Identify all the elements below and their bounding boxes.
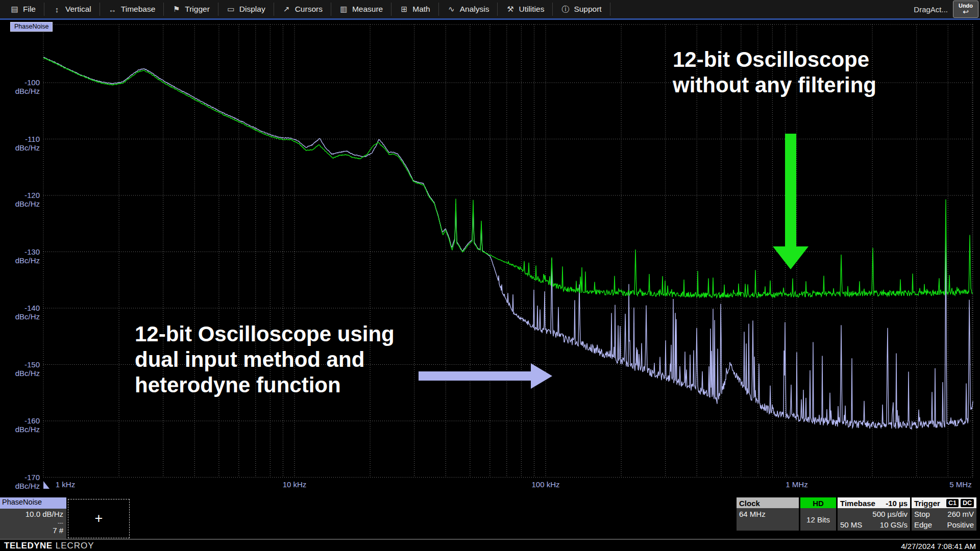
menu-item-analysis[interactable]: ∿Analysis [439,3,498,16]
descriptor-title: PhaseNoise [0,497,66,509]
y-tick--110: -110 dBc/Hz [0,135,40,152]
menu-bar: ▤File↕Vertical↔Timebase⚑Trigger▭Display↗… [0,0,980,20]
annotation-unfiltered-line1: 12-bit Oscilloscope [673,47,876,72]
phasenoise-descriptor-box[interactable]: PhaseNoise 10.0 dB/Hz --- 7 # [0,497,66,538]
x-tick-10000: 10 kHz [283,480,307,489]
timebase-title: Timebase [840,499,875,508]
menu-items: ▤File↕Vertical↔Timebase⚑Trigger▭Display↗… [0,3,610,16]
info-icon: ⓘ [561,5,570,14]
x-tick-5000000: 5 MHz [949,480,971,489]
descriptor-scale: 10.0 dB/Hz [2,510,63,519]
descriptor-offset: --- [2,519,63,526]
y-tick--140: -140 dBc/Hz [0,304,40,321]
descriptor-values: 10.0 dB/Hz --- 7 # [0,509,66,539]
trigger-source-badge: C1 [946,499,959,507]
status-bar: TELEDYNELECROY 4/27/2024 7:08:41 AM [0,539,980,551]
purple-right-arrow [419,363,552,389]
trigger-slope: Positive [947,519,974,530]
cursor-arrow-icon: ↗ [282,5,291,14]
x-tick-1000000: 1 MHz [786,480,807,489]
y-tick--100: -100 dBc/Hz [0,78,40,95]
hd-bits: 12 Bits [806,515,830,524]
menu-item-support[interactable]: ⓘSupport [553,3,610,16]
trigger-type: Edge [914,519,932,530]
hd-title: HD [800,497,836,508]
annotation-heterodyne-line3: heterodyne function [135,372,395,398]
drag-action-label: DragAct... [914,5,948,14]
annotation-heterodyne-line2: dual input method and [135,347,395,372]
descriptor-count: 7 # [2,526,63,535]
menu-item-utilities[interactable]: ⚒Utilities [498,3,553,16]
calculator-icon: ⊞ [400,5,408,14]
undo-icon: ↩ [963,8,969,15]
datetime-label: 4/27/2024 7:08:41 AM [901,542,976,550]
y-tick--170: -170 dBc/Hz [0,473,40,490]
menu-item-trigger[interactable]: ⚑Trigger [164,3,218,16]
oscilloscope-screen: ▤File↕Vertical↔Timebase⚑Trigger▭Display↗… [0,0,980,551]
monitor-icon: ▭ [227,5,235,14]
horizontal-arrows-icon: ↔ [108,5,117,14]
trigger-mode: Stop [914,509,930,519]
undo-button[interactable]: Undo ↩ [953,1,978,18]
add-trace-button[interactable]: + [68,499,130,538]
y-tick--150: -150 dBc/Hz [0,360,40,378]
timebase-samples: 50 MS [840,519,862,530]
timebase-rate: 10 GS/s [880,519,908,530]
menu-item-label: Trigger [185,5,210,14]
timebase-offset: -10 µs [886,499,908,508]
annotation-heterodyne: 12-bit Oscilloscope using dual input met… [135,321,395,398]
menu-item-label: Timebase [121,5,155,14]
y-tick--130: -130 dBc/Hz [0,247,40,265]
menu-item-label: Support [574,5,601,14]
y-tick--160: -160 dBc/Hz [0,416,40,434]
green-down-arrow [773,134,808,269]
timebase-status-box[interactable]: Timebase -10 µs 500 µs/div 50 MS10 GS/s [838,497,910,530]
brand-teledyne: TELEDYNE [4,541,53,550]
menu-item-label: Utilities [519,5,544,14]
annotation-unfiltered: 12-bit Oscilloscope without any filterin… [673,47,876,98]
menu-item-vertical[interactable]: ↕Vertical [44,3,100,16]
trigger-coupling-badge: DC [961,499,974,507]
menu-item-cursors[interactable]: ↗Cursors [274,3,331,16]
trigger-title: Trigger [914,499,940,508]
clock-title: Clock [737,497,799,508]
phasenoise-trace-tab[interactable]: PhaseNoise [10,22,53,32]
brand-lecroy: LECROY [56,541,94,550]
x-tick-100000: 100 kHz [531,480,559,489]
menu-item-label: Cursors [295,5,323,14]
plus-icon: + [95,511,103,527]
brand-logo: TELEDYNELECROY [4,541,94,551]
x-tick-1000: 1 kHz [56,480,75,489]
clock-frequency: 64 MHz [739,509,766,519]
vertical-arrows-icon: ↕ [53,5,61,14]
trigger-level: 260 mV [947,509,974,519]
annotation-heterodyne-line1: 12-bit Oscilloscope using [135,321,395,347]
annotation-unfiltered-line2: without any filtering [673,72,876,98]
hd-status-box[interactable]: HD 12 Bits [800,497,836,530]
trace-marker-bottom [43,481,50,489]
tools-icon: ⚒ [506,5,514,14]
ruler-icon: ▥ [339,5,348,14]
menu-item-measure[interactable]: ▥Measure [331,3,391,16]
menu-item-label: File [23,5,36,14]
trigger-status-box[interactable]: Trigger C1 DC Stop260 mV EdgePositive [912,497,976,530]
clock-status-box[interactable]: Clock 64 MHz [737,497,799,530]
menu-item-label: Display [239,5,265,14]
menu-item-timebase[interactable]: ↔Timebase [100,3,164,16]
menu-item-label: Measure [352,5,383,14]
file-icon: ▤ [10,5,19,14]
menu-item-display[interactable]: ▭Display [218,3,274,16]
menu-item-label: Vertical [65,5,91,14]
flag-icon: ⚑ [172,5,181,14]
menu-item-file[interactable]: ▤File [2,3,44,16]
waveform-chart-icon: ∿ [447,5,456,14]
timebase-scale: 500 µs/div [872,509,908,519]
y-tick--120: -120 dBc/Hz [0,191,40,208]
menu-item-label: Analysis [460,5,489,14]
menu-item-math[interactable]: ⊞Math [391,3,438,16]
menu-item-label: Math [412,5,430,14]
